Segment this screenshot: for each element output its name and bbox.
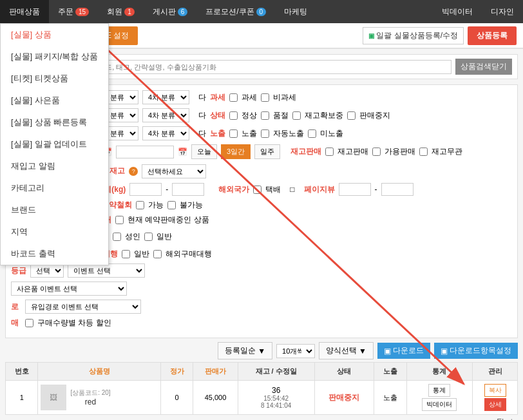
contract-impossible-label: 불가능 [180,200,203,211]
row-status: 판매중지 [314,381,374,415]
category-select-4th-1[interactable]: 4차 분류 [142,90,189,104]
top-nav: 판매상품 [실물] 상품 [실물] 패키지/복합 상품 [티켓] 티켓상품 [실… [0,0,523,23]
dropdown-item-9[interactable]: 지역 [1,221,108,243]
nav-right: 빅데이터 디자인 [433,6,523,17]
overseas-delivery-label: 택배 [265,184,281,195]
display-da-label: 다 [198,128,206,139]
period-today-btn[interactable]: 오늘 [191,144,217,159]
nontax-check[interactable] [261,93,269,102]
nav-promo[interactable]: 프로모션/쿠폰 0 [196,0,275,23]
nav-orders[interactable]: 주문 15 [49,0,98,23]
display-hide-check[interactable] [308,129,316,138]
reserve-check[interactable] [115,216,124,224]
stock-sale-cb-label: 재고판매 [338,146,368,157]
contract-possible-check[interactable] [136,201,144,209]
avail-sale-check[interactable] [372,148,381,156]
nav-products[interactable]: 판매상품 [실물] 상품 [실물] 패키지/복합 상품 [티켓] 티켓상품 [실… [0,0,49,23]
tax-label-2: 과세 [242,92,257,103]
nav-marketing[interactable]: 마케팅 [275,0,316,23]
grade-select[interactable]: 선택 [30,263,64,278]
display-show-check[interactable] [229,129,238,138]
stock-select[interactable]: 선택하세요 [142,164,206,178]
purchase-overseas-check[interactable] [153,250,162,258]
display-auto-check[interactable] [261,129,269,138]
event-select[interactable]: 이벤트 선택 [68,263,145,278]
status-normal-check[interactable] [229,111,238,120]
dropdown-item-1[interactable]: [실물] 패키지/복합 상품 [1,46,108,68]
overseas-delivery-check[interactable] [253,186,262,194]
format-select-button[interactable]: 양식선택 ▼ [319,342,374,359]
nav-design[interactable]: 디자인 [482,6,523,17]
download-settings-button[interactable]: ▣ 다운로드항목설정 [434,343,518,359]
per-page-select[interactable]: 10개씩 [276,344,315,358]
dropdown-item-6[interactable]: 재입고 알림 [1,155,108,177]
col-stock-date: 재고 / 수정일 [238,363,314,381]
download-icon: ▣ [384,347,391,356]
contract-impossible-check[interactable] [167,201,176,209]
members-badge: 1 [124,8,135,16]
filter-row-grade: 등급 선택 이벤트 선택 [11,263,512,278]
nav-bigdata[interactable]: 빅데이터 [433,6,482,17]
gift-event-select[interactable]: 사은품 이벤트 선택 [11,282,127,296]
product-name[interactable]: red [70,397,110,406]
sort-button[interactable]: 등록일순 ▼ [218,342,272,359]
product-details: [상품코드: 20] red [70,388,110,406]
weight-from-input[interactable] [129,183,162,196]
grade-label: 등급 [11,265,26,276]
stock-help-icon[interactable]: ? [129,167,138,176]
category-select-4th-3[interactable]: 4차 분류 [142,126,189,140]
col-product-name: 상품명 [38,363,161,381]
bulk-label: ▣ 일괄 실물상품등록/수정 [363,27,464,44]
discount-label-mae: 매 [11,318,19,329]
detail-button[interactable]: 상세 [484,398,506,411]
table-row: 1 🖼 [상품코드: 20] red 0 45 [6,381,518,415]
date-1: 15:54:42 [241,395,312,402]
search-close-button[interactable]: 상품검색닫기 [455,59,512,75]
promo-badge: 0 [256,8,267,16]
status-stop-check[interactable] [347,111,356,120]
stock-sale-check[interactable] [325,148,334,156]
download-label: 다운로드 [393,345,424,356]
copy-button[interactable]: 복사 [484,384,506,397]
dropdown-item-3[interactable]: [실물] 사은품 [1,90,108,111]
pageview-from-input[interactable] [339,183,371,196]
filter-row-gift-event: 사은품 이벤트 선택 [11,282,512,296]
dropdown-item-8[interactable]: 브랜드 [1,199,108,221]
stats-button[interactable]: 통계 [428,384,450,397]
dropdown-item-10[interactable]: 바코드 출력 [1,243,108,265]
nav-members[interactable]: 회원 1 [98,0,144,23]
period-3days-btn[interactable]: 3일간 [221,144,251,159]
nostock-check[interactable] [419,148,428,156]
pageview-dash: - [375,185,377,194]
pageview-label: 페이지뷰 [304,184,335,195]
nav-bigdata-label: 빅데이터 [442,6,473,17]
pageview-to-input[interactable] [381,183,414,196]
tax-check[interactable] [229,93,238,102]
dropdown-item-4[interactable]: [실물] 상품 빠른등록 [1,111,108,133]
dropdown-item-0[interactable]: [실물] 상품 [1,24,108,46]
nav-board[interactable]: 게시판 6 [144,0,197,23]
row-display: 노출 [374,381,406,415]
category-select-4th-2[interactable]: 4차 분류 [142,108,189,122]
adult-check[interactable] [113,233,121,241]
status-sold-check[interactable] [261,111,269,120]
bigdata-button[interactable]: 빅데이터 [422,398,457,411]
download-settings-icon: ▣ [441,347,448,356]
status-restock-check[interactable] [292,111,301,120]
purchase-normal-check[interactable] [122,250,130,258]
footer-text: Ehat [5,415,518,420]
dropdown-item-2[interactable]: [티켓] 티켓상품 [1,68,108,90]
avail-sale-label: 가용판매 [385,146,415,157]
inflow-event-select[interactable]: 유입경로 이벤트 선택 [25,300,141,314]
dropdown-item-7[interactable]: 카테고리 [1,177,108,199]
overseas-cb-spacer: □ [290,185,294,194]
product-reg-button[interactable]: 상품등록 [468,26,517,45]
discount-check[interactable] [25,319,33,327]
product-code: [상품코드: 20] [70,388,110,397]
download-button[interactable]: ▣ 다운로드 [377,343,430,359]
period-week-btn[interactable]: 일주 [254,144,280,159]
weight-to-input[interactable] [172,183,204,196]
general-check[interactable] [144,233,153,241]
date-to-input[interactable] [116,146,174,158]
dropdown-item-5[interactable]: [실물] 일괄 업데이트 [1,133,108,155]
